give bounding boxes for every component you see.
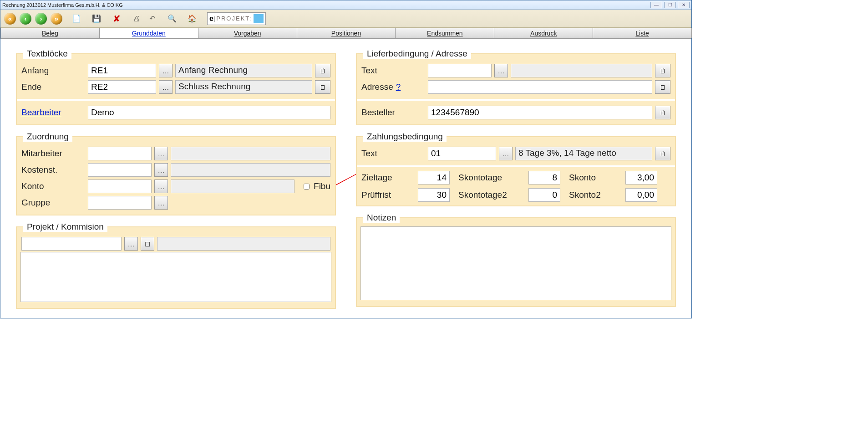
nav-last-button[interactable]: » [50, 12, 63, 26]
mitarbeiter-code-input[interactable] [88, 147, 152, 160]
anfang-row: Anfang … Anfang Rechnung 🗒 [20, 62, 331, 79]
konto-code-input[interactable] [88, 179, 152, 193]
zieltage-input[interactable] [418, 171, 450, 185]
zahlung-legend: Zahlungsbedingung [363, 132, 447, 142]
tab-grunddaten[interactable]: Grunddaten [99, 28, 198, 38]
skonto2-input[interactable] [625, 188, 657, 202]
ende-label: Ende [21, 82, 85, 92]
print-button[interactable]: 🖨 [130, 12, 143, 26]
fibu-checkbox-input[interactable] [304, 184, 310, 190]
notizen-group: Notizen [356, 213, 676, 307]
anfang-edit-button[interactable]: 🗒 [315, 64, 330, 77]
nav-first-button[interactable]: « [3, 12, 17, 26]
ende-code-input[interactable] [88, 80, 156, 94]
skonto-label: Skonto [569, 173, 619, 183]
search-icon: 🔍 [168, 14, 177, 23]
bearbeiter-link[interactable]: Bearbeiter [21, 108, 85, 118]
edit-icon: 🗒 [660, 150, 666, 158]
adresse-row: Adresse? 🗒 [360, 79, 671, 95]
adresse-link[interactable]: Adresse [361, 82, 393, 92]
zahlung-group: Zahlungsbedingung Text … 8 Tage 3%, 14 T… [356, 132, 676, 206]
adresse-input[interactable] [428, 80, 652, 94]
delete-icon: ✘ [113, 13, 121, 24]
anfang-code-input[interactable] [88, 64, 156, 77]
adresse-label: Adresse? [361, 82, 425, 92]
fibu-label: Fibu [314, 181, 330, 191]
mitarbeiter-row: Mitarbeiter … [20, 145, 331, 162]
eprojekt-icon [254, 14, 264, 23]
minimize-button[interactable]: — [650, 2, 662, 8]
adresse-help-link[interactable]: ? [396, 82, 401, 92]
zahlung-text-code-input[interactable] [428, 147, 496, 160]
projekt-lookup-button[interactable]: … [124, 237, 138, 251]
besteller-label: Besteller [361, 108, 425, 118]
nav-next-button[interactable]: › [34, 12, 48, 26]
edit-icon: 🗒 [660, 83, 666, 91]
eprojekt-box[interactable]: e|PROJEKT: [207, 12, 266, 25]
zahlung-text-edit-button[interactable]: 🗒 [655, 147, 670, 160]
anfang-lookup-button[interactable]: … [159, 64, 173, 77]
tab-endsummen[interactable]: Endsummen [395, 28, 494, 38]
nav-prev-button[interactable]: ‹ [19, 12, 32, 26]
besteller-row: Besteller 🗒 [360, 104, 671, 121]
maximize-button[interactable]: ☐ [664, 2, 676, 8]
gruppe-lookup-button[interactable]: … [154, 196, 168, 210]
skonto-input[interactable] [625, 171, 657, 185]
search-button[interactable]: 🔍 [165, 12, 179, 26]
new-doc-button[interactable]: 📄 [70, 12, 83, 26]
prueffrist-label: Prüffrist [361, 190, 411, 200]
besteller-edit-button[interactable]: 🗒 [655, 106, 670, 119]
projekt-group: Projekt / Kommision … ◻ [16, 222, 336, 309]
zahlung-text-label: Text [361, 149, 425, 159]
kostenst-desc [171, 163, 330, 177]
projekt-legend: Projekt / Kommision [23, 222, 107, 232]
undo-button[interactable]: ↶ [145, 12, 159, 26]
konto-lookup-button[interactable]: … [154, 179, 168, 193]
window-controls: — ☐ ✕ [650, 2, 690, 8]
tab-vorgaben[interactable]: Vorgaben [198, 28, 297, 38]
zahlung-details: Zieltage Skontotage Skonto Prüffrist Sko… [357, 167, 675, 205]
edit-icon: 🗒 [320, 67, 326, 75]
projekt-notes-textarea[interactable] [20, 252, 331, 302]
notizen-textarea[interactable] [360, 226, 671, 300]
liefer-text-row: Text … 🗒 [360, 62, 671, 79]
kostenst-code-input[interactable] [88, 163, 152, 177]
konto-label: Konto [21, 181, 85, 191]
tab-ausdruck[interactable]: Ausdruck [494, 28, 593, 38]
projekt-new-button[interactable]: ◻ [141, 237, 154, 251]
adresse-edit-button[interactable]: 🗒 [655, 80, 670, 94]
liefer-text-lookup-button[interactable]: … [494, 64, 508, 77]
delete-button[interactable]: ✘ [110, 12, 123, 26]
printer-icon: 🖨 [133, 15, 140, 23]
window-title: Rechnung 2013012 Musterfirma Ges.m.b.H. … [2, 2, 123, 8]
title-bar: Rechnung 2013012 Musterfirma Ges.m.b.H. … [0, 0, 691, 10]
prueffrist-input[interactable] [418, 188, 450, 202]
skontotage-input[interactable] [528, 171, 560, 185]
home-button[interactable]: 🏠 [185, 12, 199, 26]
projekt-code-input[interactable] [21, 237, 122, 251]
undo-icon: ↶ [149, 14, 155, 23]
zieltage-label: Zieltage [361, 173, 411, 183]
zuordnung-legend: Zuordnung [23, 132, 72, 142]
besteller-input[interactable] [428, 106, 652, 119]
mitarbeiter-label: Mitarbeiter [21, 149, 85, 159]
gruppe-code-input[interactable] [88, 196, 152, 210]
tab-beleg[interactable]: Beleg [0, 28, 100, 38]
fibu-checkbox[interactable]: Fibu [302, 181, 330, 191]
ende-lookup-button[interactable]: … [159, 80, 173, 94]
tab-positionen[interactable]: Positionen [297, 28, 396, 38]
bearbeiter-input[interactable] [88, 106, 330, 119]
save-button[interactable]: 💾 [90, 12, 103, 26]
save-icon: 💾 [92, 14, 101, 23]
skontotage2-input[interactable] [528, 188, 560, 202]
tab-liste[interactable]: Liste [593, 28, 692, 38]
edit-icon: 🗒 [660, 109, 666, 117]
liefer-text-edit-button[interactable]: 🗒 [655, 64, 670, 77]
zahlung-text-lookup-button[interactable]: … [499, 147, 513, 160]
liefer-group: Lieferbedingung / Adresse Text … 🗒 Adres… [356, 49, 676, 125]
mitarbeiter-lookup-button[interactable]: … [154, 147, 168, 160]
close-button[interactable]: ✕ [678, 2, 690, 8]
kostenst-lookup-button[interactable]: … [154, 163, 168, 177]
liefer-text-code-input[interactable] [428, 64, 492, 77]
ende-edit-button[interactable]: 🗒 [315, 80, 330, 94]
